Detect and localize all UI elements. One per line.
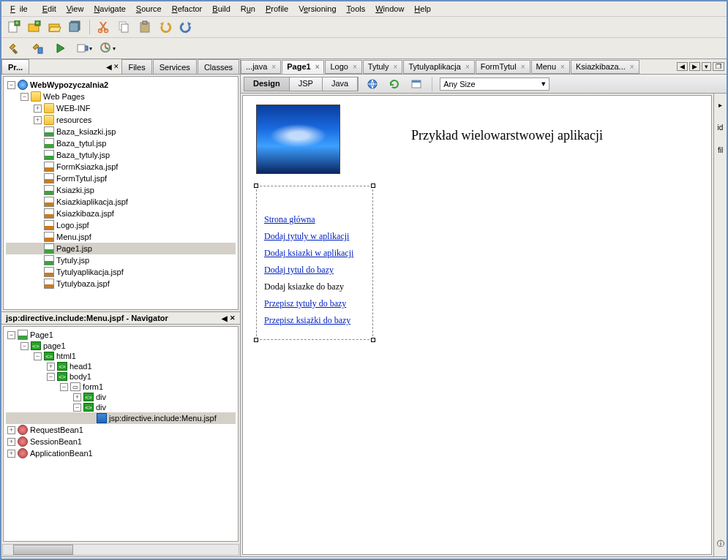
- tree-webpages[interactable]: −Web Pages: [6, 91, 236, 102]
- profile-icon[interactable]: ▾: [100, 40, 116, 56]
- tree-file[interactable]: FormTytul.jspf: [6, 173, 236, 184]
- close-pane-icon[interactable]: ✕: [113, 63, 119, 70]
- paste-icon[interactable]: [137, 19, 153, 35]
- close-tab-icon[interactable]: ×: [521, 63, 525, 71]
- close-tab-icon[interactable]: ×: [560, 63, 565, 71]
- cut-icon[interactable]: [96, 19, 112, 35]
- menu-file[interactable]: File: [6, 3, 37, 15]
- menu-link[interactable]: Dodaj tytul do bazy: [264, 265, 334, 276]
- editor-tab[interactable]: Ksiazkibaza...×: [571, 60, 639, 74]
- nav-page1[interactable]: −<>page1: [6, 341, 236, 351]
- close-tab-icon[interactable]: ×: [271, 63, 276, 71]
- tree-file[interactable]: Baza_tytuly.jsp: [6, 149, 236, 161]
- nav-requestbean[interactable]: +RequestBean1: [6, 424, 236, 436]
- minimize-icon[interactable]: ◀: [222, 314, 228, 322]
- sidebar-indicator[interactable]: ▸: [718, 101, 722, 109]
- editor-tab[interactable]: Menu×: [531, 60, 570, 74]
- tab-scroll-right-icon[interactable]: ▶: [689, 62, 700, 71]
- tree-file[interactable]: Ksiazkibaza.jspf: [6, 208, 236, 219]
- resize-handle[interactable]: [254, 183, 258, 188]
- close-tab-icon[interactable]: ×: [315, 63, 320, 71]
- menu-source[interactable]: Source: [132, 3, 166, 15]
- menu-refactor[interactable]: Refactor: [168, 3, 207, 15]
- undo-icon[interactable]: [157, 19, 173, 35]
- menu-build[interactable]: Build: [208, 3, 234, 15]
- menu-link[interactable]: Dodaj tytuly w aplikacji: [264, 231, 349, 242]
- expander-icon[interactable]: −: [20, 93, 29, 101]
- tab-dropdown-icon[interactable]: ▾: [702, 62, 711, 71]
- clean-build-icon[interactable]: [29, 40, 45, 56]
- menu-help[interactable]: Help: [410, 3, 435, 15]
- tab-projects[interactable]: Pr...: [1, 59, 29, 74]
- tree-file[interactable]: Baza_ksiazki.jsp: [6, 126, 236, 137]
- expander-icon[interactable]: −: [7, 81, 15, 89]
- tree-file[interactable]: Ksiazkiaplikacja.jspf: [6, 196, 236, 208]
- nav-div1[interactable]: +<>div: [6, 392, 236, 402]
- menu-link[interactable]: Przepisz tytuły do bazy: [264, 298, 346, 309]
- tab-classes[interactable]: Classes: [198, 59, 239, 74]
- close-pane-icon[interactable]: ✕: [230, 314, 236, 322]
- close-tab-icon[interactable]: ×: [394, 63, 398, 71]
- preview-browser-icon[interactable]: [364, 76, 380, 92]
- tree-resources[interactable]: +resources: [6, 114, 236, 126]
- nav-body1[interactable]: −<>body1: [6, 371, 236, 382]
- design-canvas[interactable]: Przykład wielowarstwowej aplikacji Stron…: [242, 95, 712, 555]
- new-project-icon[interactable]: +: [26, 19, 42, 35]
- maximize-icon[interactable]: ❐: [713, 62, 724, 71]
- nav-sessionbean[interactable]: +SessionBean1: [6, 436, 236, 447]
- hero-image[interactable]: [256, 105, 340, 174]
- debug-icon[interactable]: ▾: [76, 40, 92, 56]
- menu-run[interactable]: Run: [236, 3, 260, 15]
- close-tab-icon[interactable]: ×: [465, 63, 470, 71]
- target-browsers-icon[interactable]: [408, 76, 424, 92]
- page-title[interactable]: Przykład wielowarstwowej aplikacji: [408, 126, 606, 145]
- menu-tools[interactable]: Tools: [342, 3, 370, 15]
- menu-link-plain[interactable]: Dodaj ksiazke do bazy: [264, 281, 344, 292]
- nav-form1[interactable]: −▭form1: [6, 382, 236, 392]
- menu-window[interactable]: Window: [371, 3, 408, 15]
- tab-files[interactable]: Files: [121, 59, 151, 74]
- tree-file[interactable]: Tytuly.jsp: [6, 254, 236, 266]
- nav-appbean[interactable]: +ApplicationBean1: [6, 447, 236, 459]
- menu-edit[interactable]: Edit: [38, 3, 61, 15]
- editor-tab-active[interactable]: Page1×: [282, 60, 324, 74]
- tree-file[interactable]: Tytulyaplikacja.jspf: [6, 266, 236, 278]
- refresh-icon[interactable]: [386, 76, 402, 92]
- editor-tab[interactable]: Tytulyaplikacja×: [403, 60, 474, 74]
- expander-icon[interactable]: +: [34, 116, 42, 124]
- menu-profile[interactable]: Profile: [261, 3, 293, 15]
- close-tab-icon[interactable]: ×: [353, 63, 357, 71]
- tree-webinf[interactable]: +WEB-INF: [6, 102, 236, 114]
- size-select[interactable]: Any Size▾: [440, 77, 549, 91]
- editor-tab[interactable]: FormTytul×: [476, 60, 530, 74]
- editor-tab[interactable]: Tytuly×: [363, 60, 403, 74]
- editor-tab[interactable]: ...java×: [241, 60, 281, 74]
- run-icon[interactable]: [53, 40, 69, 56]
- expander-icon[interactable]: +: [34, 105, 42, 113]
- menu-link[interactable]: Strona główna: [264, 214, 315, 225]
- tree-file[interactable]: FormKsiazka.jspf: [6, 161, 236, 173]
- nav-html1[interactable]: −<>html1: [6, 351, 236, 361]
- copy-icon[interactable]: [116, 19, 132, 35]
- build-icon[interactable]: [6, 40, 22, 56]
- minimize-icon[interactable]: ◀: [106, 63, 112, 71]
- tree-file-selected[interactable]: Page1.jsp: [6, 243, 236, 254]
- menu-link[interactable]: Dodaj ksiazki w aplikacji: [264, 248, 353, 259]
- new-file-icon[interactable]: +: [6, 19, 22, 35]
- redo-icon[interactable]: [178, 19, 194, 35]
- save-all-icon[interactable]: [67, 19, 83, 35]
- nav-div2[interactable]: −<>div: [6, 402, 236, 412]
- resize-handle[interactable]: [371, 338, 375, 342]
- nav-page[interactable]: −Page1: [6, 329, 236, 341]
- tree-file[interactable]: Tytulybaza.jspf: [6, 278, 236, 290]
- view-tab-jsp[interactable]: JSP: [290, 77, 323, 91]
- tree-file[interactable]: Menu.jspf: [6, 231, 236, 243]
- nav-head1[interactable]: +<>head1: [6, 361, 236, 371]
- tree-file[interactable]: Baza_tytul.jsp: [6, 137, 236, 149]
- project-tree[interactable]: −WebWypozyczalnia2 −Web Pages +WEB-INF +…: [3, 76, 239, 310]
- resize-handle[interactable]: [254, 338, 258, 342]
- menu-versioning[interactable]: Versioning: [294, 3, 340, 15]
- editor-tab[interactable]: Logo×: [325, 60, 361, 74]
- nav-include[interactable]: jsp:directive.include:Menu.jspf: [6, 412, 236, 424]
- sidebar-fil-label[interactable]: fil: [718, 146, 723, 154]
